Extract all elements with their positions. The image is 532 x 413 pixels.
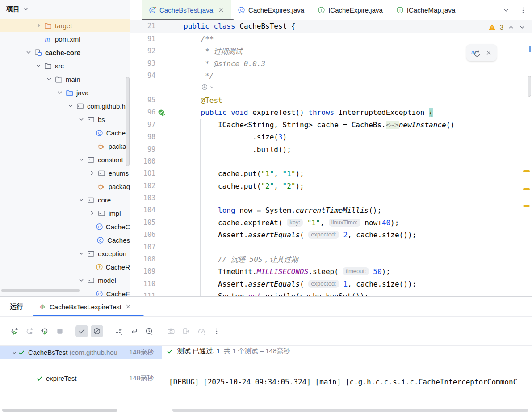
tree-item-caches[interactable]: CCaches [0, 233, 130, 247]
tree-item-core[interactable]: core [0, 193, 130, 206]
tree-item-cacher[interactable]: CacheR [0, 260, 130, 274]
inspections-widget[interactable]: 3 [488, 23, 526, 31]
code-line[interactable]: 94 */ [130, 70, 532, 82]
code-line[interactable]: 107 [130, 241, 532, 253]
run-config-tab[interactable]: CacheBsTest.expireTest [38, 303, 131, 311]
tree-item-enums[interactable]: enums [0, 166, 130, 180]
stripe-mark-warning[interactable] [523, 170, 530, 172]
code-line[interactable]: 91 /** [130, 33, 532, 45]
more-options-button[interactable] [210, 325, 223, 337]
close-icon[interactable] [218, 7, 224, 13]
tree-item-target[interactable]: target [0, 19, 130, 32]
show-ignored-toggle[interactable] [91, 325, 103, 337]
maven-reload-button[interactable]: m [466, 44, 497, 61]
project-panel-header[interactable]: 项目 [0, 0, 130, 18]
package-info-icon [97, 143, 105, 150]
test-case-row[interactable]: expireTest 148毫秒 [0, 372, 162, 385]
stripe-mark-warning[interactable] [523, 205, 530, 207]
editor-tab-cachebstest-java[interactable]: CCacheBsTest.java [142, 0, 231, 20]
editor-tab-cacheexpires-java[interactable]: CCacheExpires.java [231, 0, 311, 20]
snapshot-button[interactable] [165, 325, 177, 337]
rerun-auto-button[interactable] [38, 325, 51, 337]
rerun-button[interactable] [8, 325, 21, 337]
code-line[interactable]: 106 Assert.assertEquals( expected: 2, ca… [130, 229, 532, 241]
project-tree: targetmpom.xmlcache-coresrcmainjavacom.g… [0, 19, 130, 296]
code-line[interactable]: 109 TimeUnit.MILLISECONDS.sleep( timeout… [130, 266, 532, 278]
editor-vscrollbar[interactable] [528, 76, 531, 97]
chevron-down-icon[interactable] [22, 5, 29, 13]
stop-button[interactable] [54, 325, 66, 337]
svg-text:C: C [98, 131, 101, 135]
navigate-button[interactable] [128, 325, 140, 337]
close-icon[interactable] [125, 303, 131, 310]
code-line[interactable]: 111 System.out.println(cache.keySet()); [130, 290, 532, 296]
chevron-down-icon[interactable] [209, 84, 214, 89]
tree-item-cacheb[interactable]: CCacheB [0, 126, 130, 139]
tree-item-packag[interactable]: packag [0, 139, 130, 153]
tab-options-kebab-icon[interactable] [519, 7, 527, 14]
stripe-mark-warning[interactable] [523, 188, 530, 190]
stripe-mark-blue[interactable] [529, 46, 531, 52]
project-tree-vscrollbar[interactable] [126, 77, 130, 166]
sticky-code-line[interactable]: 21public class CacheBsTest { [130, 20, 532, 33]
chevron-down-icon[interactable] [11, 349, 18, 356]
test-tree-hscrollbar[interactable] [2, 409, 117, 412]
ai-assistant-icon[interactable] [201, 84, 208, 91]
tree-item-model[interactable]: model [0, 274, 130, 287]
tree-item-src[interactable]: src [0, 59, 130, 72]
code-line[interactable]: 110 Assert.assertEquals( expected: 1, ca… [130, 278, 532, 290]
tree-item-pom-xml[interactable]: mpom.xml [0, 32, 130, 46]
tree-item-impl[interactable]: impl [0, 206, 130, 220]
test-suite-row[interactable]: CacheBsTest (com.github.hou 148毫秒 [0, 346, 162, 359]
maven-reload-icon[interactable]: m [471, 48, 481, 58]
editor-tab-icacheexpire-java[interactable]: IICacheExpire.java [311, 0, 390, 20]
tree-item-com-github-ho[interactable]: com.github.ho [0, 99, 130, 113]
tab-list-chevron-icon[interactable] [503, 7, 510, 14]
toolbar-divider [108, 326, 108, 336]
console-hscrollbar[interactable] [172, 409, 528, 412]
code-line[interactable]: 100 [130, 156, 532, 168]
code-line[interactable]: 97 ICache<String, String> cache = CacheB… [130, 119, 532, 131]
chevron-down-icon [56, 89, 63, 96]
next-warning-chevron-down-icon[interactable] [519, 24, 526, 31]
tree-item-java[interactable]: java [0, 86, 130, 99]
project-tree-hscrollbar[interactable] [1, 289, 80, 292]
code-line[interactable]: 102 cache.put("2", "2"); [130, 180, 532, 192]
editor-tab-icachemap-java[interactable]: IICacheMap.java [390, 0, 462, 20]
import-tests-button[interactable] [180, 325, 193, 337]
rerun-failed-button[interactable] [23, 325, 36, 337]
tree-item-main[interactable]: main [0, 72, 130, 86]
line-number: 21 [130, 20, 155, 32]
show-passed-toggle[interactable] [75, 325, 88, 337]
code-line[interactable]: 95 @Test [130, 94, 532, 106]
coverage-button[interactable] [195, 325, 208, 337]
code-line[interactable]: 105 cache.expireAt( key: "1", linuxTime:… [130, 217, 532, 229]
tree-item-cachec[interactable]: CCacheC [0, 220, 130, 233]
console-output[interactable]: [DEBUG] [2025-10-24 09:34:05.324] [main]… [169, 357, 532, 398]
tree-item-exception[interactable]: exception [0, 247, 130, 260]
tree-item-bs[interactable]: bs [0, 113, 130, 126]
code-line[interactable]: 104 long now = System.currentTimeMillis(… [130, 204, 532, 216]
code-line[interactable]: 101 cache.put("1", "1"); [130, 168, 532, 180]
tree-item-constant[interactable]: constant [0, 153, 130, 166]
code-line[interactable]: 98 .size(3) [130, 131, 532, 143]
code-line[interactable]: 108 // 沉睡 50S，让其过期 [130, 253, 532, 266]
code-line[interactable]: 21public class CacheBsTest { [130, 20, 295, 32]
run-test-icon[interactable] [158, 109, 166, 117]
code-line[interactable]: 103 [130, 192, 532, 204]
line-number: 111 [130, 290, 155, 296]
tree-item-cache-core[interactable]: cache-core [0, 46, 130, 59]
prev-warning-chevron-up-icon[interactable] [507, 24, 515, 31]
history-button[interactable] [143, 325, 155, 337]
code-line[interactable]: 99 .build(); [130, 143, 532, 156]
tree-item-packag[interactable]: packag [0, 180, 130, 193]
tree-item-label: src [55, 62, 64, 70]
sort-by-duration-button[interactable] [113, 325, 125, 337]
test-console[interactable]: 测试 已通过: 1 共 1 个测试 – 148毫秒 [DEBUG] [2025-… [163, 346, 532, 413]
close-icon[interactable] [486, 50, 492, 56]
code-line[interactable]: 96 public void expireTest() throws Inter… [130, 106, 532, 118]
chevron-down-icon [78, 250, 85, 257]
tab-label: CacheBsTest.java [159, 6, 213, 14]
test-passed-text: 测试 已通过: 1 [177, 347, 220, 355]
ai-assistant-row[interactable] [130, 82, 532, 94]
